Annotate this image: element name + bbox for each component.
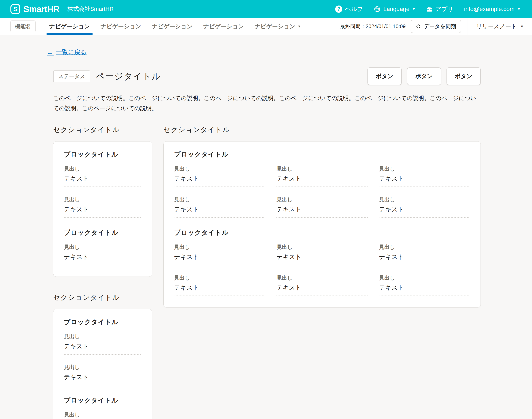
section: セクションタイトルブロックタイトル見出しテキスト見出しテキストブロックタイトル見… [53, 125, 152, 277]
field-label: 見出し [379, 166, 470, 172]
main-content: ← 一覧に戻る ステータス ページタイトル ボタンボタンボタン このページについ… [0, 35, 532, 419]
section: セクションタイトルブロックタイトル見出しテキスト見出しテキスト見出しテキスト見出… [163, 125, 481, 308]
field-value: テキスト [64, 175, 141, 182]
field: 見出しテキスト [379, 196, 470, 218]
section: セクションタイトルブロックタイトル見出しテキスト見出しテキストブロックタイトル見… [53, 293, 152, 419]
field-value: テキスト [379, 284, 470, 291]
field-value: テキスト [174, 284, 265, 291]
field-list: 見出しテキスト [64, 412, 141, 419]
field: 見出しテキスト [379, 166, 470, 187]
section-title: セクションタイトル [163, 125, 481, 134]
help-icon: ? [335, 5, 342, 13]
action-button[interactable]: ボタン [407, 67, 441, 85]
language-menu[interactable]: Language ▼ [374, 6, 415, 13]
page-title-row: ステータス ページタイトル ボタンボタンボタン [53, 67, 481, 85]
field-list: 見出しテキスト見出しテキスト [64, 333, 141, 385]
field: 見出しテキスト [64, 166, 141, 187]
nav-right-area: 最終同期：2024/01/01 10:09 データを同期 リリースノート ▼ [340, 18, 532, 35]
language-label: Language [383, 6, 410, 13]
brand[interactable]: S SmartHR [11, 4, 59, 14]
field: 見出しテキスト [64, 364, 141, 385]
field-list: 見出しテキスト見出しテキスト見出しテキスト見出しテキスト見出しテキスト見出しテキ… [174, 244, 470, 296]
nav-item[interactable]: ナビゲーション [198, 18, 249, 35]
apps-label: アプリ [435, 5, 453, 13]
nav-item[interactable]: ナビゲーション [146, 18, 198, 35]
right-column: セクションタイトルブロックタイトル見出しテキスト見出しテキスト見出しテキスト見出… [163, 125, 481, 308]
field-value: テキスト [64, 373, 141, 381]
page-description: このページについての説明。このページについての説明。このページについての説明。こ… [53, 93, 481, 113]
field-label: 見出し [64, 166, 141, 172]
field-label: 見出し [277, 244, 367, 250]
block: ブロックタイトル見出しテキスト [64, 228, 141, 265]
release-notes-menu[interactable]: リリースノート ▼ [468, 23, 532, 30]
field-value: テキスト [174, 206, 265, 213]
field-value: テキスト [277, 206, 367, 213]
sync-data-label: データを同期 [424, 23, 456, 30]
field-value: テキスト [64, 343, 141, 350]
field-label: 見出し [379, 196, 470, 203]
app-navigation: 機能名 ナビゲーションナビゲーションナビゲーションナビゲーションナビゲーション▼… [0, 18, 532, 35]
block-title: ブロックタイトル [64, 228, 141, 237]
apps-menu[interactable]: アプリ [426, 5, 453, 13]
page-title: ページタイトル [96, 70, 161, 82]
field-label: 見出し [64, 333, 141, 340]
field-label: 見出し [174, 244, 265, 250]
field-label: 見出し [174, 166, 265, 172]
nav-item-label: ナビゲーション [49, 23, 90, 30]
field-list: 見出しテキスト見出しテキスト見出しテキスト見出しテキスト見出しテキスト見出しテキ… [174, 166, 470, 218]
field: 見出しテキスト [277, 275, 367, 296]
field-value: テキスト [64, 253, 141, 260]
section-title: セクションタイトル [53, 293, 152, 302]
nav-item[interactable]: ナビゲーション▼ [249, 18, 306, 35]
field: 見出しテキスト [379, 244, 470, 265]
block: ブロックタイトル見出しテキスト見出しテキスト見出しテキスト見出しテキスト見出しテ… [174, 228, 470, 296]
last-sync-text: 最終同期：2024/01/01 10:09 [340, 23, 405, 30]
back-arrow-icon: ← [47, 48, 53, 56]
field: 見出しテキスト [277, 196, 367, 218]
field-label: 見出し [64, 412, 141, 418]
globe-icon [374, 6, 381, 13]
field: 見出しテキスト [277, 244, 367, 265]
field: 見出しテキスト [64, 196, 141, 218]
field-value: テキスト [277, 284, 367, 291]
brand-name: SmartHR [23, 4, 59, 14]
action-button[interactable]: ボタン [447, 67, 481, 85]
field-value: テキスト [277, 253, 367, 260]
left-column: セクションタイトルブロックタイトル見出しテキスト見出しテキストブロックタイトル見… [53, 125, 152, 419]
field: 見出しテキスト [64, 244, 141, 265]
field: 見出しテキスト [174, 244, 265, 265]
field: 見出しテキスト [64, 333, 141, 355]
nav-item[interactable]: ナビゲーション [44, 18, 95, 35]
field: 見出しテキスト [64, 412, 141, 419]
field-label: 見出し [64, 244, 141, 250]
company-name: 株式会社SmartHR [67, 5, 114, 13]
field-label: 見出し [379, 244, 470, 250]
nav-tabs: ナビゲーションナビゲーションナビゲーションナビゲーションナビゲーション▼ [44, 18, 306, 35]
section-title: セクションタイトル [53, 125, 152, 134]
account-email: info@example.com [464, 6, 515, 13]
release-notes-label: リリースノート [476, 23, 517, 30]
block: ブロックタイトル見出しテキスト見出しテキスト見出しテキスト見出しテキスト見出しテ… [174, 150, 470, 218]
app-header: S SmartHR 株式会社SmartHR ? ヘルプ Language ▼ ア… [0, 0, 532, 18]
help-link[interactable]: ? ヘルプ [335, 5, 363, 13]
chevron-down-icon: ▼ [517, 7, 521, 11]
field: 見出しテキスト [174, 196, 265, 218]
block-title: ブロックタイトル [174, 150, 470, 159]
block: ブロックタイトル見出しテキスト見出しテキスト [64, 150, 141, 218]
smarthr-logo-icon: S [11, 4, 20, 14]
action-button[interactable]: ボタン [367, 67, 402, 85]
nav-item[interactable]: ナビゲーション [95, 18, 146, 35]
help-label: ヘルプ [345, 5, 363, 13]
field-label: 見出し [64, 196, 141, 203]
chevron-down-icon: ▼ [412, 7, 415, 11]
field-label: 見出し [277, 166, 367, 172]
feature-name-badge: 機能名 [11, 21, 36, 32]
back-link-label: 一覧に戻る [56, 48, 87, 56]
chevron-down-icon: ▼ [298, 25, 301, 28]
nav-item-label: ナビゲーション [203, 23, 244, 30]
sync-data-button[interactable]: データを同期 [411, 20, 461, 33]
card: ブロックタイトル見出しテキスト見出しテキストブロックタイトル見出しテキスト [53, 309, 152, 419]
field: 見出しテキスト [277, 166, 367, 187]
back-to-list-link[interactable]: ← 一覧に戻る [47, 48, 87, 56]
account-menu[interactable]: info@example.com ▼ [464, 6, 521, 13]
